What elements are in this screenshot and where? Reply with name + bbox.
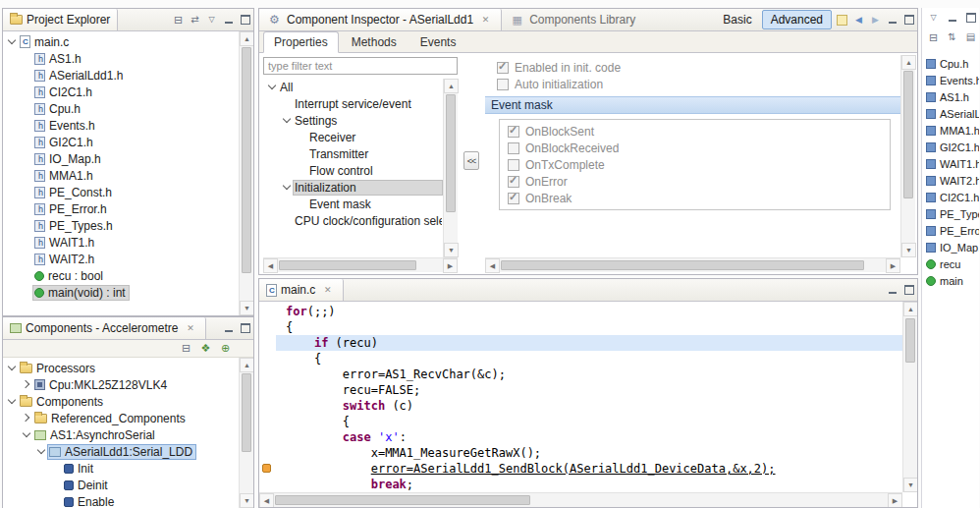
expander-icon[interactable]: [282, 182, 293, 193]
property-group-item[interactable]: Transmitter: [263, 145, 443, 162]
outline-item[interactable]: IO_Map.h: [922, 239, 979, 255]
horizontal-scrollbar[interactable]: [485, 257, 900, 272]
component-item[interactable]: Cpu:MKL25Z128VLK4: [3, 376, 238, 393]
minimize-icon[interactable]: [220, 320, 237, 336]
project-item[interactable]: main.c: [3, 33, 238, 50]
code-line[interactable]: switch (c): [259, 398, 902, 414]
scroll-up-arrow[interactable]: [240, 358, 253, 372]
close-icon[interactable]: [319, 282, 336, 298]
maximize-icon[interactable]: [962, 10, 979, 26]
maximize-icon[interactable]: [900, 12, 917, 28]
project-item[interactable]: CI2C1.h: [3, 84, 238, 100]
tab-events[interactable]: Events: [409, 31, 467, 53]
expander-icon[interactable]: [7, 36, 18, 47]
sort-icon[interactable]: [944, 29, 960, 45]
advanced-mode-button[interactable]: Advanced: [762, 10, 832, 29]
code-line[interactable]: case 'x':: [259, 429, 902, 445]
scroll-up-arrow[interactable]: [444, 79, 459, 93]
code-line[interactable]: {: [259, 351, 902, 367]
scroll-up-arrow[interactable]: [903, 302, 917, 316]
scrollbar-thumb[interactable]: [446, 94, 456, 212]
collapse-pane-button[interactable]: <<: [463, 151, 479, 170]
vertical-scrollbar[interactable]: [239, 358, 253, 508]
scrollbar-thumb[interactable]: [905, 318, 915, 363]
scroll-down-arrow[interactable]: [240, 493, 253, 508]
property-group-item[interactable]: Receiver: [263, 129, 443, 145]
component-item[interactable]: Referenced_Components: [3, 410, 238, 426]
expander-icon[interactable]: [7, 396, 18, 407]
minimize-icon[interactable]: [944, 10, 960, 26]
minimize-icon[interactable]: [884, 12, 900, 28]
code-line[interactable]: {: [259, 414, 902, 429]
event-checkbox[interactable]: [508, 126, 519, 138]
project-item[interactable]: IO_Map.h: [3, 150, 238, 167]
filter-input[interactable]: [263, 57, 458, 75]
collapse-all-icon[interactable]: [925, 29, 942, 45]
scroll-left-arrow[interactable]: [263, 258, 278, 273]
vertical-scrollbar[interactable]: [443, 79, 458, 257]
expander-icon[interactable]: [7, 363, 18, 373]
outline-item[interactable]: main: [922, 272, 979, 289]
outline-item[interactable]: WAIT1.h: [922, 155, 979, 172]
tab-methods[interactable]: Methods: [341, 31, 408, 53]
minimize-icon[interactable]: [220, 12, 237, 28]
property-group-item[interactable]: Settings: [263, 112, 443, 129]
project-item[interactable]: GI2C1.h: [3, 134, 238, 150]
expander-icon[interactable]: [36, 446, 47, 457]
outline-item[interactable]: PE_Error.h: [922, 222, 979, 239]
expander-icon[interactable]: [267, 82, 278, 92]
scrollbar-thumb[interactable]: [242, 47, 251, 273]
property-group-item[interactable]: Interrupt service/event: [263, 95, 443, 112]
tab-components[interactable]: Components - Accelerometre: [3, 317, 206, 339]
code-line[interactable]: break;: [259, 477, 902, 492]
collapse-all-icon[interactable]: [178, 341, 194, 357]
tab-main-c[interactable]: main.c: [259, 279, 344, 301]
property-group-item[interactable]: Initialization: [263, 179, 443, 196]
link-with-editor-icon[interactable]: [187, 12, 203, 28]
project-item[interactable]: PE_Const.h: [3, 184, 238, 200]
code-line[interactable]: x=MMA1_MeasureGetRawX();: [259, 445, 902, 461]
project-item[interactable]: WAIT1.h: [3, 234, 238, 251]
component-item[interactable]: Init: [3, 460, 238, 477]
scroll-right-arrow[interactable]: [443, 258, 458, 273]
scroll-right-arrow[interactable]: [888, 493, 902, 507]
outline-item[interactable]: MMA1.h: [922, 122, 979, 139]
component-item[interactable]: ASerialLdd1:Serial_LDD: [3, 443, 238, 460]
code-line[interactable]: for(;;): [259, 304, 902, 319]
property-group-item[interactable]: Flow control: [263, 162, 443, 179]
outline-item[interactable]: GI2C1.h: [922, 139, 979, 155]
horizontal-scrollbar[interactable]: [263, 257, 458, 272]
horizontal-scrollbar[interactable]: [259, 492, 902, 507]
scroll-left-arrow[interactable]: [259, 493, 274, 507]
project-item[interactable]: PE_Types.h: [3, 217, 238, 234]
outline-item[interactable]: WAIT2.h: [922, 172, 979, 189]
maximize-icon[interactable]: [900, 282, 917, 298]
component-item[interactable]: Components: [3, 393, 238, 410]
component-item[interactable]: Processors: [3, 360, 238, 376]
event-checkbox[interactable]: [508, 193, 519, 204]
component-item[interactable]: AS1:AsynchroSerial: [3, 426, 238, 443]
collapse-all-icon[interactable]: [170, 12, 187, 28]
scrollbar-thumb[interactable]: [242, 373, 251, 452]
hide-fields-icon[interactable]: [962, 29, 979, 45]
tab-component-inspector[interactable]: Component Inspector - ASerialLdd1: [259, 9, 502, 30]
project-item[interactable]: Events.h: [3, 117, 238, 134]
scroll-left-arrow[interactable]: [485, 258, 500, 273]
note-icon[interactable]: [834, 12, 850, 28]
event-checkbox[interactable]: [508, 159, 519, 171]
forward-icon[interactable]: [867, 12, 884, 28]
vertical-scrollbar[interactable]: [239, 31, 253, 315]
view-menu-icon[interactable]: [203, 12, 220, 28]
scrollbar-thumb[interactable]: [279, 260, 416, 270]
project-item[interactable]: ASerialLdd1.h: [3, 67, 238, 84]
code-area[interactable]: for(;;){ if (recu) { error=AS1_RecvChar(…: [259, 304, 902, 492]
outline-item[interactable]: CI2C1.h: [922, 189, 979, 205]
option-checkbox[interactable]: [497, 62, 509, 74]
code-line[interactable]: if (recu): [259, 335, 902, 351]
maximize-icon[interactable]: [237, 320, 253, 336]
project-item[interactable]: main(void) : int: [3, 284, 238, 301]
expander-icon[interactable]: [22, 413, 32, 423]
component-item[interactable]: Deinit: [3, 477, 238, 493]
maximize-icon[interactable]: [237, 12, 253, 28]
project-item[interactable]: AS1.h: [3, 50, 238, 67]
